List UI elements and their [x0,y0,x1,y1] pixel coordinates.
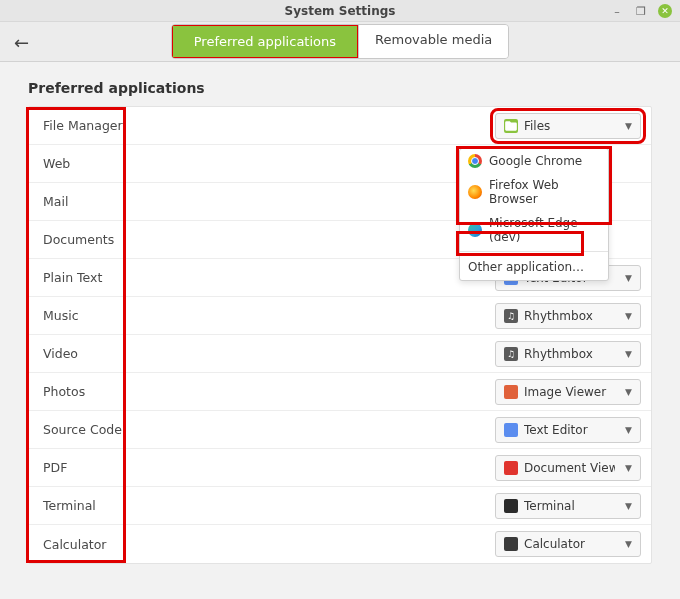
combo-value: Calculator [524,537,615,551]
window-title: System Settings [285,4,396,18]
terminal-icon [504,499,518,513]
tab-label: Preferred applications [194,34,336,49]
combo-value: Document Viewer [524,461,615,475]
combo-value: Image Viewer [524,385,615,399]
toolbar: ← Preferred applications Removable media [0,22,680,62]
row-video: Video ♫ Rhythmbox ▼ [29,335,651,373]
row-music: Music ♫ Rhythmbox ▼ [29,297,651,335]
row-label: Video [29,346,126,361]
maximize-icon[interactable]: ❐ [634,4,648,18]
combo-source-code[interactable]: Text Editor ▼ [495,417,641,443]
tab-removable-media[interactable]: Removable media [358,25,508,58]
combo-value: Rhythmbox [524,347,615,361]
row-label: Plain Text [29,270,126,285]
row-terminal: Terminal Terminal ▼ [29,487,651,525]
combo-music[interactable]: ♫ Rhythmbox ▼ [495,303,641,329]
row-label: Photos [29,384,126,399]
combo-pdf[interactable]: Document Viewer ▼ [495,455,641,481]
chevron-down-icon: ▼ [625,539,632,549]
combo-value: Files [524,119,615,133]
rhythmbox-icon: ♫ [504,309,518,323]
chevron-down-icon: ▼ [625,311,632,321]
row-label: Web [29,156,126,171]
combo-terminal[interactable]: Terminal ▼ [495,493,641,519]
minimize-icon[interactable]: – [610,4,624,18]
chevron-down-icon: ▼ [625,463,632,473]
row-label: Terminal [29,498,126,513]
row-label: Music [29,308,126,323]
back-button[interactable]: ← [14,31,29,52]
combo-value: Rhythmbox [524,309,615,323]
dropdown-item-label: Microsoft Edge (dev) [489,216,600,244]
chevron-down-icon: ▼ [625,425,632,435]
dropdown-item-chrome[interactable]: Google Chrome [460,149,608,173]
tab-group: Preferred applications Removable media [171,24,510,59]
combo-value: Text Editor [524,423,615,437]
files-icon [504,119,518,133]
dropdown-item-label: Other application… [468,260,584,274]
edge-icon [468,223,482,237]
dropdown-item-firefox[interactable]: Firefox Web Browser [460,173,608,211]
calculator-icon [504,537,518,551]
dropdown-item-edge[interactable]: Microsoft Edge (dev) [460,211,608,249]
rhythmbox-icon: ♫ [504,347,518,361]
tab-preferred-applications[interactable]: Preferred applications [172,25,358,58]
web-dropdown-menu[interactable]: Google Chrome Firefox Web Browser Micros… [459,148,609,281]
combo-calculator[interactable]: Calculator ▼ [495,531,641,557]
content-area: Preferred applications File Manager File… [0,62,680,564]
tab-label: Removable media [375,32,492,47]
text-editor-icon [504,423,518,437]
row-label: PDF [29,460,126,475]
document-viewer-icon [504,461,518,475]
combo-photos[interactable]: Image Viewer ▼ [495,379,641,405]
chevron-down-icon: ▼ [625,121,632,131]
dropdown-item-other[interactable]: Other application… [460,254,608,280]
image-viewer-icon [504,385,518,399]
row-label: Source Code [29,422,126,437]
titlebar: System Settings – ❐ ✕ [0,0,680,22]
combo-value: Terminal [524,499,615,513]
combo-video[interactable]: ♫ Rhythmbox ▼ [495,341,641,367]
row-label: Calculator [29,537,126,552]
combo-file-manager[interactable]: Files ▼ [495,113,641,139]
row-file-manager: File Manager Files ▼ [29,107,651,145]
window-controls: – ❐ ✕ [610,0,672,22]
close-icon[interactable]: ✕ [658,4,672,18]
row-label: Mail [29,194,126,209]
row-label: File Manager [29,118,126,133]
chevron-down-icon: ▼ [625,273,632,283]
row-label: Documents [29,232,126,247]
chevron-down-icon: ▼ [625,349,632,359]
dropdown-item-label: Firefox Web Browser [489,178,600,206]
firefox-icon [468,185,482,199]
chevron-down-icon: ▼ [625,501,632,511]
chrome-icon [468,154,482,168]
row-pdf: PDF Document Viewer ▼ [29,449,651,487]
row-source-code: Source Code Text Editor ▼ [29,411,651,449]
row-calculator: Calculator Calculator ▼ [29,525,651,563]
chevron-down-icon: ▼ [625,387,632,397]
section-title: Preferred applications [28,80,652,96]
row-photos: Photos Image Viewer ▼ [29,373,651,411]
dropdown-item-label: Google Chrome [489,154,582,168]
dropdown-separator [460,251,608,252]
